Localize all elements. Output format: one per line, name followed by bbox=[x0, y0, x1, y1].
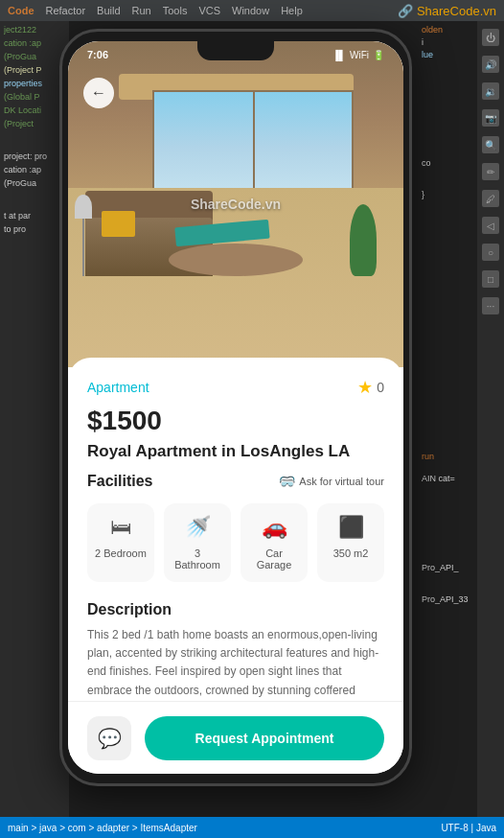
pen-icon[interactable]: 🖊 bbox=[482, 190, 499, 207]
apt-type-row: Apartment ★ 0 bbox=[87, 377, 384, 398]
power-icon[interactable]: ⏻ bbox=[482, 29, 499, 46]
yellow-pillow bbox=[102, 211, 135, 237]
ide-menu-build[interactable]: Build bbox=[97, 5, 120, 16]
ide-right-toolbar: ⏻ 🔊 🔉 📷 🔍 ✏ 🖊 ◁ ○ □ ··· bbox=[477, 21, 504, 817]
ide-code-right: olden i lue co } run AIN cat= Pro_API_ P… bbox=[420, 21, 477, 817]
facility-garage: 🚗 Car Garage bbox=[241, 503, 308, 582]
sharecode-badge: 🔗 ShareCode.vn bbox=[398, 4, 496, 18]
bottom-bar: 💬 Request Appointment bbox=[68, 701, 403, 774]
ide-menu-vcs[interactable]: VCS bbox=[198, 5, 220, 16]
facility-bathroom: 🚿 3 Bathroom bbox=[164, 503, 231, 582]
hero-image: ShareCode.vn bbox=[68, 41, 403, 367]
back-arrow-icon: ← bbox=[91, 84, 106, 102]
price: $1500 bbox=[87, 406, 384, 436]
volume-down-icon[interactable]: 🔉 bbox=[482, 82, 499, 100]
back-button[interactable]: ← bbox=[83, 78, 114, 108]
coffee-table bbox=[169, 244, 303, 276]
lamp-head bbox=[75, 195, 92, 220]
status-icons: ▐▌ WiFi 🔋 bbox=[332, 50, 384, 60]
circle-icon[interactable]: ○ bbox=[482, 244, 499, 261]
volume-icon[interactable]: 🔊 bbox=[482, 56, 499, 73]
ide-menu-help[interactable]: Help bbox=[281, 5, 303, 16]
lamp-pole bbox=[82, 219, 84, 276]
bedroom-label: 2 Bedroom bbox=[95, 547, 147, 559]
facilities-title: Facilities bbox=[87, 473, 152, 490]
ide-logo: Code bbox=[8, 5, 34, 16]
apt-name: Royal Apartment in LosAngles LA bbox=[87, 442, 384, 461]
area-icon: ⬛ bbox=[338, 515, 364, 540]
battery-icon: 🔋 bbox=[373, 50, 384, 60]
chat-button[interactable]: 💬 bbox=[87, 716, 131, 760]
floor-lamp bbox=[75, 195, 92, 276]
request-appointment-label: Request Appointment bbox=[195, 731, 334, 746]
star-count: 0 bbox=[377, 380, 384, 395]
phone-container: 7:06 ▐▌ WiFi 🔋 bbox=[59, 29, 412, 786]
statusbar-right: UTF-8 | Java bbox=[441, 823, 496, 833]
phone-notch bbox=[197, 41, 274, 60]
description-title: Description bbox=[87, 601, 384, 618]
request-appointment-button[interactable]: Request Appointment bbox=[145, 716, 384, 760]
room-illustration: ShareCode.vn bbox=[68, 41, 403, 367]
apt-type-label: Apartment bbox=[87, 380, 149, 395]
ide-menu-window[interactable]: Window bbox=[232, 5, 269, 16]
signal-icon: ▐▌ bbox=[332, 50, 346, 60]
virtual-tour-button[interactable]: 🥽 Ask for virtual tour bbox=[279, 474, 384, 489]
ide-menubar: Code Refactor Build Run Tools VCS Window… bbox=[0, 0, 504, 21]
chat-icon: 💬 bbox=[98, 727, 122, 750]
bathroom-icon: 🚿 bbox=[185, 515, 211, 540]
facilities-grid: 🛏 2 Bedroom 🚿 3 Bathroom 🚗 Car Garage ⬛ … bbox=[87, 503, 384, 582]
watermark: ShareCode.vn bbox=[191, 197, 281, 212]
window-frame bbox=[253, 92, 255, 202]
bedroom-icon: 🛏 bbox=[110, 515, 131, 540]
area-label: 350 m2 bbox=[333, 547, 369, 559]
facility-area: ⬛ 350 m2 bbox=[317, 503, 384, 582]
ide-menu-run[interactable]: Run bbox=[132, 5, 151, 16]
star-row: ★ 0 bbox=[357, 377, 384, 398]
garage-icon: 🚗 bbox=[262, 515, 287, 540]
square-icon[interactable]: □ bbox=[482, 270, 499, 288]
virtual-tour-label: Ask for virtual tour bbox=[299, 476, 384, 487]
edit-icon[interactable]: ✏ bbox=[482, 163, 499, 180]
back-triangle-icon[interactable]: ◁ bbox=[482, 217, 499, 234]
phone-screen: 7:06 ▐▌ WiFi 🔋 bbox=[68, 41, 403, 774]
more-icon[interactable]: ··· bbox=[482, 297, 499, 314]
facilities-header: Facilities 🥽 Ask for virtual tour bbox=[87, 473, 384, 490]
zoom-icon[interactable]: 🔍 bbox=[482, 136, 499, 153]
plant bbox=[350, 204, 377, 276]
camera-icon[interactable]: 📷 bbox=[482, 109, 499, 127]
statusbar-text: main > java > com > adapter > ItemsAdapt… bbox=[8, 823, 197, 833]
garage-label: Car Garage bbox=[248, 547, 300, 570]
ide-menu-refactor[interactable]: Refactor bbox=[46, 5, 86, 16]
ide-menu-tools[interactable]: Tools bbox=[163, 5, 188, 16]
star-icon: ★ bbox=[357, 377, 373, 398]
ide-statusbar: main > java > com > adapter > ItemsAdapt… bbox=[0, 817, 504, 838]
vr-icon: 🥽 bbox=[279, 474, 295, 489]
status-time: 7:06 bbox=[87, 49, 108, 60]
bathroom-label: 3 Bathroom bbox=[172, 547, 223, 570]
facility-bedroom: 🛏 2 Bedroom bbox=[87, 503, 154, 582]
wifi-icon: WiFi bbox=[350, 50, 369, 60]
